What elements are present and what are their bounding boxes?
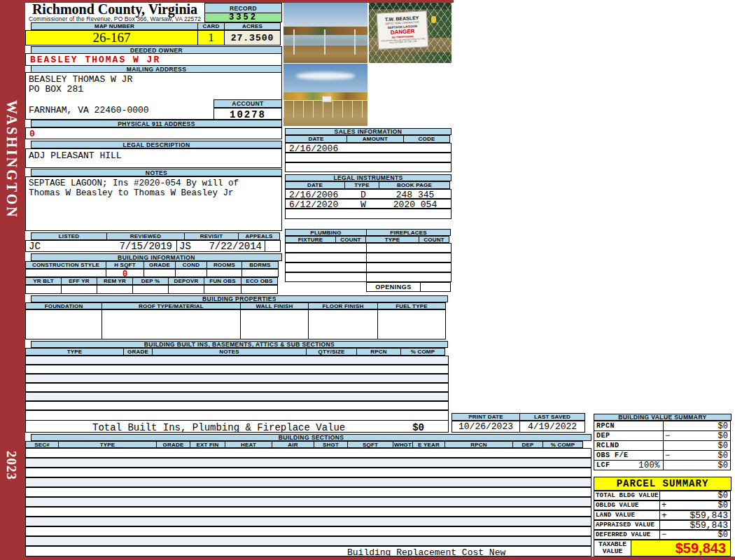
plumbing-fireplaces-titles: PLUMBING FIREPLACES (285, 229, 451, 236)
print-date-value: 10/26/2023 (451, 421, 520, 433)
last-saved-label: LAST SAVED (519, 413, 585, 421)
card-value: 1 (197, 30, 225, 46)
floor-finish-value (308, 309, 378, 340)
ps-label: OBLDG VALUE (596, 502, 639, 509)
print-info-values: 10/26/2023 4/19/2022 (451, 421, 585, 433)
revisit-label: REVISIT (184, 232, 239, 240)
ps-op: − (662, 530, 666, 540)
li-bookpage: 248 345 (381, 190, 449, 198)
remyr-value (97, 285, 133, 294)
built-ins-total-row: Total Built Ins, Plumbing & Fireplace Va… (25, 420, 449, 433)
mailing-line-4: FARNHAM, VA 22460-0000 (29, 105, 149, 115)
bdrms-label: BDRMS (241, 261, 279, 269)
depovr-label: DEPOVR (168, 277, 204, 285)
li-bookpage-label: BOOK PAGE (379, 181, 450, 189)
bvs-op: − (665, 451, 670, 461)
hsqft-label: H SQFT (106, 261, 144, 269)
fuel-type-label: FUEL TYPE (377, 302, 446, 309)
construction-style-label: CONSTRUCTION STYLE (25, 261, 106, 269)
openings-label: OPENINGS (366, 282, 421, 292)
reviewed-value: JS 7/22/2014 (176, 240, 265, 252)
openings-row: OPENINGS (366, 282, 451, 292)
frame-bottom (0, 556, 735, 560)
roof-value (102, 309, 241, 340)
bs-heat-label: HEAT (225, 441, 272, 448)
building-info-headers-1: CONSTRUCTION STYLE H SQFT GRADE COND ROO… (25, 261, 279, 269)
account-label: ACCOUNT (214, 99, 282, 108)
funobs-label: FUN OBS (204, 277, 241, 285)
county-subtitle: Commissioner of the Revenue, PO Box 366,… (25, 16, 204, 22)
small-sign (322, 96, 332, 102)
photo-sky (284, 64, 368, 96)
fuel-type-value (377, 309, 446, 340)
bvs-row-rclnd: RCLND $0 (594, 440, 731, 451)
building-properties-title: BUILDING PROPERTIES (31, 295, 448, 302)
replacement-cost-label: Building Replacement Cost New (347, 547, 505, 556)
fireplace-row (366, 243, 451, 253)
bi-rpcn-label: RPCN (356, 348, 401, 356)
sales-row (285, 153, 451, 162)
acres-label: ACRES (224, 22, 281, 30)
table-row (25, 365, 449, 374)
grade-label: GRADE (144, 261, 176, 269)
bs-sec-label: SEC# (25, 441, 59, 448)
review-values: JC 7/15/2019 JS 7/22/2014 (25, 240, 281, 252)
map-card-acres-values: 26-167 1 27.3500 (25, 30, 281, 46)
table-row (25, 392, 449, 401)
fireplace-count-label: COUNT (419, 236, 449, 243)
building-properties-headers: FOUNDATION ROOF TYPE/MATERIAL WALL FINIS… (25, 302, 446, 309)
notes-line-2: Thomas W Beasley to Thomas W Beasley Jr (29, 188, 234, 198)
bvs-label: OBS F/E (596, 451, 629, 459)
ps-value: $0 (718, 491, 728, 500)
table-row (25, 517, 592, 526)
tax-year: 2023 (4, 451, 19, 480)
bi-comp-label: % COMP (400, 348, 445, 356)
county-header: Richmond County, Virginia Commissioner o… (25, 3, 204, 22)
bi-type-label: TYPE (25, 348, 124, 356)
li-type: D (346, 190, 381, 198)
sales-amount-label: AMOUNT (346, 135, 404, 143)
map-number-value: 26-167 (25, 30, 198, 46)
wall-finish-value (240, 309, 309, 340)
sales-headers: DATE AMOUNT CODE (285, 135, 450, 143)
li-type: W (346, 200, 381, 208)
ps-op: + (662, 510, 667, 521)
notes-box: SEPTAGE LAGOON; Ins #2020-054 By will of… (25, 176, 282, 231)
li-date-label: DATE (285, 181, 345, 189)
sales-row (285, 162, 451, 172)
building-properties-values (25, 309, 446, 340)
li-type-label: TYPE (344, 181, 379, 189)
record-number: 3352 (204, 13, 282, 22)
bvs-value: $0 (718, 431, 728, 441)
parcel-photo-lagoon (284, 3, 368, 63)
listed-by: JC (29, 241, 41, 252)
construction-style-value (25, 269, 106, 277)
bvs-lcf-pct: 100% (638, 461, 660, 470)
parcel-summary-title: PARCEL SUMMARY (594, 477, 732, 491)
deeded-owner-value: BEASLEY THOMAS W JR (25, 53, 282, 66)
wall-finish-label: WALL FINISH (240, 302, 309, 309)
table-row (25, 536, 592, 546)
district-name: WASHINGTON (4, 100, 20, 219)
rooms-value (206, 269, 242, 277)
building-sections-footer-row: Building Replacement Cost New (25, 546, 592, 556)
mailing-line-1: BEASLEY THOMAS W JR (29, 74, 132, 85)
ps-value: $59,843 (690, 510, 728, 521)
sign-line-6: VIOLATORS WILL BE PROSECUTED TO THE FULL… (379, 38, 427, 46)
bs-comp-label: % COMP (542, 441, 583, 448)
reviewed-label: REVIEWED (106, 232, 185, 240)
plumbing-row (285, 272, 367, 282)
bs-whgt-label: WHGT (393, 441, 413, 448)
legal-instrument-row: 6/12/2020 W 2020 054 (285, 199, 451, 209)
account-number: 10278 (214, 108, 282, 120)
mailing-line-2: PO BOX 281 (29, 84, 83, 94)
bs-sqft-label: SQFT (347, 441, 393, 448)
ps-row-land: LAND VALUE +$59,843 (594, 510, 731, 520)
legal-instruments-title: LEGAL INSTRUMENTS (285, 174, 451, 181)
bvs-value: $0 (718, 421, 728, 431)
bs-eyear-label: E YEAR (412, 441, 445, 448)
bvs-label: LCF (596, 461, 610, 469)
li-date: 6/12/2020 (286, 200, 346, 208)
table-row (25, 383, 449, 392)
building-sections-title: BUILDING SECTIONS (31, 434, 592, 441)
